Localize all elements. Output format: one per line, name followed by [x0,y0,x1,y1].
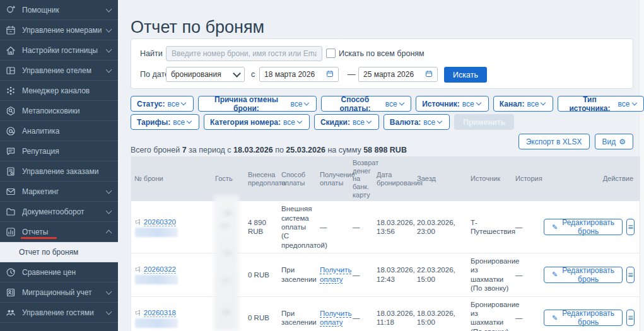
sidebar-item-label: Управление гостями [22,308,107,317]
filter-cancel-reason[interactable]: Причина отмены брони:все [198,96,317,112]
sidebar-item-document-flow[interactable]: Документооборот [0,202,118,222]
calendar-icon[interactable] [425,70,433,79]
edit-label: Редактировать бронь [562,218,614,236]
chevron-down-icon [106,26,112,32]
sidebar-item-channel-manager[interactable]: Менеджер каналов [0,81,118,101]
sidebar-item-reports[interactable]: Отчеты [0,222,118,242]
filter-name: Причина отмены брони: [204,95,288,113]
filter-source-type[interactable]: Тип источника:все [558,96,644,112]
main-content: Отчет по броням Найти Искать по всем бро… [118,0,644,331]
calendar-icon[interactable] [326,70,334,79]
summary-total: 58 898 RUB [363,146,407,154]
date-to-input[interactable]: 25 марта 2026 [358,67,438,82]
sidebar-item-assistant[interactable]: Помощник [0,0,118,20]
by-date-label: По дате [140,70,169,79]
chevron-down-icon [233,69,241,78]
apply-button[interactable]: Применить [454,114,514,130]
filter-status[interactable]: Статус:все [131,96,194,112]
sidebar-item-hotel-management[interactable]: Управление отелем [0,61,118,81]
pencil-icon: ✎ [552,270,558,279]
date-from-input[interactable]: 18 марта 2026 [259,67,339,82]
chat-icon [6,146,16,156]
chevron-down-icon [437,119,442,124]
grid-icon [6,65,16,76]
summary-date-to: 25.03.2026 [286,146,325,154]
gear-icon: ⚙ [619,138,626,146]
search-input[interactable] [166,46,322,61]
row-menu-button[interactable]: ≡ [626,219,635,235]
sidebar-item-migration-records[interactable]: Миграционный учет [0,282,118,303]
flag-icon[interactable]: ⚐ [134,265,141,275]
sidebar-item-order-management[interactable]: Управление заказами [0,161,118,182]
date-type-select[interactable]: бронирования [166,67,245,82]
bookings-count: 7 [182,146,187,154]
chevron-down-icon [304,100,309,105]
calendar-icon [6,25,16,35]
booking-number-link[interactable]: 20260318 [144,309,176,317]
filter-name: Скидки: [320,118,350,127]
pencil-icon: ✎ [552,314,558,322]
search-all-checkbox[interactable] [326,49,336,58]
filter-payment-method[interactable]: Способ оплаты:все [321,96,411,112]
view-settings-button[interactable]: Вид⚙ [595,134,633,149]
filter-room-category[interactable]: Категория номера:все [204,114,310,130]
receive-payment-link[interactable]: Получить оплату [320,310,352,326]
redacted-number-blur [135,275,178,284]
filter-currency[interactable]: Валюта:все [383,114,450,130]
receive-payment-link[interactable]: Получить оплату [320,266,352,282]
payment-method-cell: Внешняя система оплаты (С предоплатой) [278,201,317,253]
booking-number-link[interactable]: 20260322 [144,265,176,274]
filter-name: Канал: [500,100,525,108]
row-menu-button[interactable]: ≡ [626,267,635,283]
sidebar-item-label: Отчет по броням [19,248,113,257]
redacted-number-blur [135,318,178,328]
bookings-table: № брони Гость Внесена предоплата Способ … [131,156,640,331]
filter-discounts[interactable]: Скидки:все [314,114,379,130]
search-button[interactable]: Искать [444,67,487,83]
edit-booking-button[interactable]: ✎Редактировать бронь [544,267,623,283]
sidebar-item-room-management[interactable]: Управление номерами [0,20,118,40]
bookings-summary: Всего броней 7 за период с 18.03.2026 по… [131,146,407,154]
sidebar-item-hotel-settings[interactable]: Настройки гостиницы [0,40,118,61]
date-from-value: 18 марта 2026 [264,70,326,79]
row-menu-button[interactable]: ≡ [626,310,635,326]
flag-icon[interactable]: ⚐ [134,309,141,318]
range-dash: — [348,70,356,79]
sidebar-item-metasearch[interactable]: Метапоисковики [0,101,118,121]
sidebar-item-label: Документооборот [22,207,107,216]
sidebar-item-price-comparison[interactable]: Сравнение цен [0,262,118,282]
filter-source[interactable]: Источник:все [416,96,489,112]
chevron-down-icon [106,187,112,194]
filter-channel[interactable]: Канал:все [493,96,554,112]
booking-number-link[interactable]: 20260320 [144,218,176,226]
sidebar-item-reputation[interactable]: Репутация [0,141,118,161]
export-xlsx-button[interactable]: Экспорт в XLSX [518,134,590,149]
folder-icon [6,206,16,217]
sidebar-item-analytics[interactable]: Аналитика [0,121,118,141]
sidebar-item-marketing[interactable]: Маркетинг [0,182,118,202]
chevron-down-icon [541,100,546,105]
sidebar-item-booking-report[interactable]: Отчет по броням [0,242,118,262]
flag-icon[interactable]: ⚐ [134,218,141,228]
sidebar-item-guest-management[interactable]: Управление гостями [0,303,118,323]
sidebar-item-label: Помощник [22,6,107,15]
edit-booking-button[interactable]: ✎Редактировать бронь [544,219,623,235]
filter-value: все [283,118,295,127]
filter-tariffs[interactable]: Тарифы:все [131,114,199,130]
export-label: Экспорт в XLSX [526,137,582,146]
chevron-down-icon [106,288,112,294]
summary-date-from: 18.03.2026 [233,146,273,154]
checkin-cell: 20.03.2026,23:00 [414,201,467,253]
page-title: Отчет по броням [131,18,264,37]
edit-booking-button[interactable]: ✎Редактировать бронь [544,310,623,326]
chevron-down-icon [181,100,186,105]
filter-value: все [462,100,474,108]
sidebar-item-label: Отчеты [22,228,107,236]
chevron-down-icon [476,100,481,105]
payment-receive-cell: Получить оплату [317,296,349,331]
filter-name: Тарифы: [137,118,170,127]
channels-icon [6,85,16,96]
col-prepaid: Внесена предоплата [245,156,278,201]
from-label: с [251,70,255,79]
chevron-up-icon [106,230,112,236]
